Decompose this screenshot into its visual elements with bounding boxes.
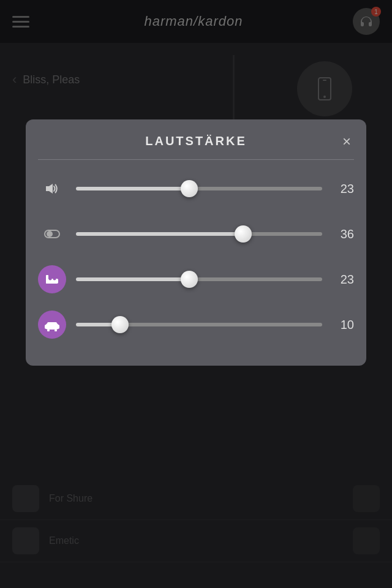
volume-slider-track xyxy=(76,187,322,190)
modal-divider xyxy=(38,159,354,160)
svg-point-9 xyxy=(49,277,52,281)
sleep-icon xyxy=(43,271,61,288)
volume-slider-row: 23 xyxy=(26,166,366,211)
lounge-value: 10 xyxy=(332,318,354,332)
eq-icon xyxy=(43,225,61,243)
svg-marker-3 xyxy=(46,184,53,194)
eq-value: 36 xyxy=(332,227,354,241)
volume-modal: LAUTSTÄRKE × 23 xyxy=(26,119,366,366)
eq-slider-thumb xyxy=(235,225,252,243)
sleep-slider[interactable] xyxy=(76,271,322,288)
volume-slider[interactable] xyxy=(76,180,322,197)
sleep-slider-row: 23 xyxy=(26,257,366,302)
svg-rect-7 xyxy=(46,275,48,284)
modal-header: LAUTSTÄRKE × xyxy=(26,119,366,148)
lounge-slider-thumb xyxy=(111,316,129,333)
svg-point-10 xyxy=(53,277,56,281)
modal-title: LAUTSTÄRKE xyxy=(145,134,247,148)
lounge-icon-container xyxy=(38,311,66,339)
svg-rect-15 xyxy=(47,330,50,331)
lounge-slider-track xyxy=(76,323,322,326)
modal-close-button[interactable]: × xyxy=(337,132,356,151)
lounge-icon xyxy=(43,316,61,333)
eq-slider[interactable] xyxy=(76,225,322,243)
sleep-icon-container xyxy=(38,265,66,293)
lounge-slider-row: 10 xyxy=(26,302,366,347)
volume-value: 23 xyxy=(332,182,354,196)
eq-icon-container xyxy=(38,220,66,248)
sleep-slider-track xyxy=(76,277,322,281)
eq-slider-track xyxy=(76,232,322,236)
sleep-slider-thumb xyxy=(181,271,198,288)
svg-rect-12 xyxy=(45,325,48,329)
eq-slider-row: 36 xyxy=(26,211,366,257)
svg-point-5 xyxy=(47,231,53,237)
volume-icon xyxy=(43,180,61,197)
volume-icon-container xyxy=(38,175,66,203)
volume-slider-thumb xyxy=(181,180,198,197)
lounge-slider[interactable] xyxy=(76,316,322,333)
svg-rect-14 xyxy=(47,322,57,325)
sleep-value: 23 xyxy=(332,273,354,287)
svg-rect-16 xyxy=(55,330,57,331)
svg-rect-13 xyxy=(56,325,59,329)
